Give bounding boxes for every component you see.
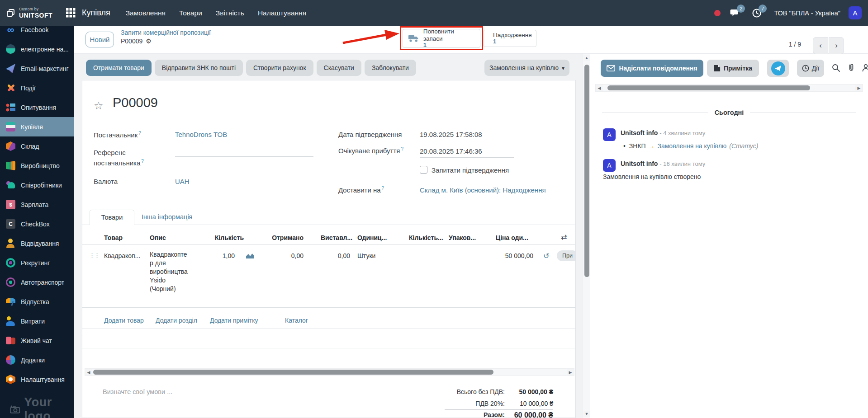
column-header-2[interactable]: Кількість [215, 234, 244, 241]
sidebar-item-expenses[interactable]: Витрати [0, 311, 74, 331]
column-header-7[interactable]: Упаков... [449, 234, 476, 241]
topbar-menu-item-3[interactable]: Налаштування [258, 9, 306, 17]
sidebar-item-checkbox[interactable]: CCheckBox [0, 214, 74, 234]
receipt-smart-button[interactable]: Надходження 1 [483, 30, 536, 47]
v-scrollbar-thumb[interactable] [584, 65, 589, 277]
cell-unit-price[interactable]: 50 000,00 [505, 252, 533, 259]
sidebar-item-settings[interactable]: Налаштування [0, 370, 74, 389]
tax-tag[interactable]: При [557, 250, 576, 261]
apps-grid-icon[interactable] [66, 8, 76, 18]
user-avatar[interactable]: A [849, 6, 862, 19]
sidebar-item-employees[interactable]: Співробітники [0, 175, 74, 195]
purchase-icon [6, 122, 15, 132]
secondary-action-button-0[interactable]: Відправити ЗНК по пошті [155, 60, 243, 76]
supplier-value-link[interactable]: TehnoDrons ТОВ [175, 131, 227, 138]
column-header-6[interactable]: Кількість... [409, 234, 443, 241]
replenish-smart-button[interactable]: Поповнити запаси 1 [403, 29, 480, 48]
table-h-scrollbar[interactable]: ◀ ▶ [85, 368, 574, 376]
search-messages-icon[interactable] [831, 63, 840, 72]
column-header-8[interactable]: Ціна оди... [496, 234, 528, 241]
price-history-icon[interactable] [543, 252, 549, 260]
sidebar-item-recruitment[interactable]: Рекрутинг [0, 253, 74, 272]
telegram-button[interactable] [767, 60, 789, 77]
topbar-menu-item-2[interactable]: Звітність [216, 9, 244, 17]
status-dropdown[interactable]: Замовлення на купівлю [484, 60, 569, 76]
currency-value-link[interactable]: UAH [175, 178, 190, 185]
pager-next-button[interactable]: › [829, 37, 844, 54]
sidebar-item-surveys[interactable]: Опитування [0, 98, 74, 117]
forecast-chart-icon[interactable] [246, 252, 255, 259]
column-header-0[interactable]: Товар [104, 234, 123, 241]
sidebar-item-payroll[interactable]: $Зарплата [0, 195, 74, 214]
column-header-4[interactable]: Виставл... [321, 234, 352, 241]
scroll-left-arrow[interactable]: ◀ [85, 369, 92, 376]
followers-person-icon[interactable] [861, 63, 868, 72]
topbar-menu-item-1[interactable]: Товари [179, 9, 202, 17]
cell-quantity[interactable]: 1,00 [223, 252, 235, 259]
add-section-link[interactable]: Додати розділ [156, 317, 197, 324]
deliver-to-value-link[interactable]: Склад м. Київ (основний): Надходження [420, 186, 546, 194]
cell-billed[interactable]: 0,00 [338, 252, 350, 259]
secondary-action-button-2[interactable]: Скасувати [317, 60, 361, 76]
topbar-menu-item-0[interactable]: Замовлення [126, 9, 166, 17]
chatter-h-scrollbar[interactable]: ◀ ▶ [595, 84, 863, 92]
main-v-scrollbar[interactable]: ▲ ▼ [583, 54, 590, 418]
pager-prev-button[interactable]: ‹ [813, 37, 828, 54]
h-scrollbar-thumb[interactable] [607, 85, 810, 90]
attachments-paperclip-icon[interactable] [847, 63, 856, 72]
activities-clock-icon[interactable]: 7 [750, 6, 764, 20]
secondary-action-button-1[interactable]: Створити рахунок [246, 60, 313, 76]
receive-products-button[interactable]: Отримати товари [86, 60, 152, 76]
scroll-right-arrow[interactable]: ▶ [567, 369, 574, 376]
sidebar-item-events[interactable]: Події [0, 78, 74, 98]
sidebar-item-purchase[interactable]: Купівля [0, 117, 74, 136]
scroll-up-arrow[interactable]: ▲ [583, 55, 590, 61]
new-button[interactable]: Новий [85, 32, 114, 47]
sidebar-item-email[interactable]: Email-маркетинг [0, 59, 74, 78]
sidebar-item-manufacturing[interactable]: Виробництво [0, 156, 74, 175]
add-note-link[interactable]: Додати примітку [210, 317, 258, 324]
send-message-button[interactable]: Надіслати повідомлення [601, 60, 703, 77]
sidebar-item-timeoff[interactable]: Відпустка [0, 292, 74, 311]
status-new-value-link[interactable]: Замовлення на купівлю [657, 142, 726, 150]
cell-product[interactable]: Квадракоп... [104, 252, 140, 259]
secondary-action-button-3[interactable]: Заблокувати [365, 60, 416, 76]
sidebar-item-inventory[interactable]: Склад [0, 136, 74, 156]
ask-confirmation-checkbox[interactable] [420, 166, 427, 174]
column-header-5[interactable]: Одиниц... [357, 234, 387, 241]
settings-gear-icon[interactable] [146, 37, 152, 46]
catalog-link[interactable]: Каталог [285, 317, 308, 324]
expected-arrival-value[interactable]: 20.08.2025 17:46:36 [420, 147, 482, 155]
payroll-icon: $ [6, 200, 15, 209]
h-scrollbar-thumb[interactable] [93, 370, 493, 375]
sidebar-item-facebook[interactable]: ∞Facebook [0, 26, 74, 39]
add-product-link[interactable]: Додати товар [104, 317, 144, 324]
ask-confirmation-label: Запитати підтвердження [432, 166, 509, 174]
tab-products[interactable]: Товари [90, 210, 134, 225]
scroll-right-arrow[interactable]: ▶ [855, 85, 863, 91]
cell-uom[interactable]: Штуки [357, 252, 375, 259]
vendor-ref-input[interactable] [175, 156, 313, 157]
terms-placeholder-input[interactable]: Визначте свої умови ... [103, 388, 172, 395]
breadcrumb-parent-link[interactable]: Запити комерційної пропозиції [121, 28, 211, 37]
optional-columns-icon[interactable] [561, 233, 567, 241]
favorite-star-icon[interactable] [94, 99, 104, 112]
sidebar-item-attendance[interactable]: Відвідування [0, 234, 74, 253]
scroll-left-arrow[interactable]: ◀ [596, 85, 603, 91]
company-switcher[interactable]: ТОВ "БПЛА - Україна" [774, 9, 840, 17]
drag-handle-icon[interactable] [89, 252, 99, 258]
activities-button[interactable]: Дії [797, 60, 824, 77]
column-header-1[interactable]: Опис [150, 234, 166, 241]
sidebar-item-elearning[interactable]: електронне на... [0, 39, 74, 59]
cell-received[interactable]: 0,00 [291, 252, 304, 259]
tab-other-info[interactable]: Інша інформація [142, 213, 192, 221]
cell-description[interactable]: Квадракоптер для виробництва Ysido (Чорн… [150, 250, 190, 293]
sidebar-item-apps[interactable]: Додатки [0, 350, 74, 370]
sidebar-item-livechat[interactable]: Живий чат [0, 331, 74, 350]
sidebar-item-fleet[interactable]: Автотранспорт [0, 272, 74, 292]
column-header-3[interactable]: Отримано [272, 234, 304, 241]
current-app-name[interactable]: Купівля [82, 8, 110, 18]
messages-icon[interactable]: 2 [729, 6, 742, 20]
log-note-button[interactable]: Примітка [707, 60, 759, 77]
scroll-down-arrow[interactable]: ▼ [583, 411, 590, 417]
